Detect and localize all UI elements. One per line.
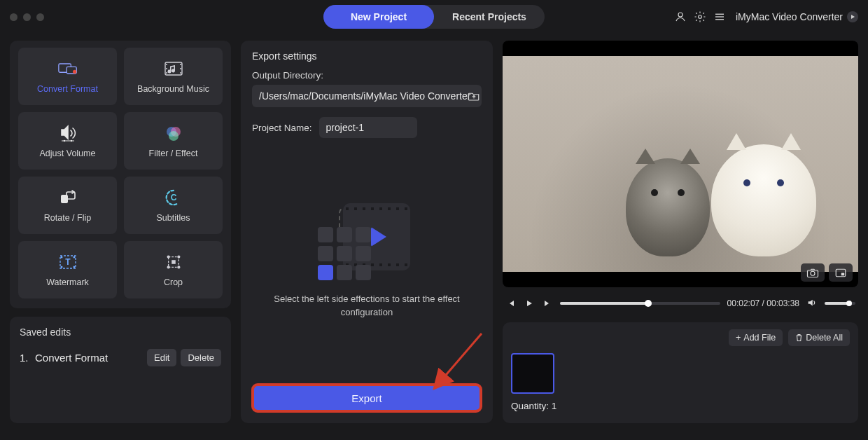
menu-icon[interactable] xyxy=(713,11,726,23)
sidebar-item-label: Rotate / Flip xyxy=(44,213,91,223)
export-button[interactable]: Export xyxy=(252,384,482,412)
svg-text:C: C xyxy=(170,193,176,202)
account-icon[interactable] xyxy=(674,11,687,23)
project-name-input[interactable]: project-1 xyxy=(319,117,417,138)
tab-new-project[interactable]: New Project xyxy=(323,5,434,29)
sidebar-item-background-music[interactable]: Background Music xyxy=(124,48,223,105)
svg-point-14 xyxy=(180,72,181,74)
effects-grid-icon xyxy=(311,220,378,287)
svg-point-31 xyxy=(167,256,169,258)
file-quantity: Quantity: 1 xyxy=(511,401,850,411)
svg-point-9 xyxy=(166,64,167,65)
saved-edit-number: 1. xyxy=(20,352,31,364)
browse-folder-icon[interactable] xyxy=(466,88,482,104)
svg-point-10 xyxy=(166,68,167,69)
mute-icon[interactable] xyxy=(806,298,818,309)
svg-point-28 xyxy=(73,266,75,268)
tool-grid: Convert Format Background Music Adjust V… xyxy=(10,41,231,308)
sidebar-item-label: Watermark xyxy=(46,277,89,287)
maximize-window-button[interactable] xyxy=(36,13,44,21)
project-name-label: Project Name: xyxy=(252,123,312,133)
svg-rect-35 xyxy=(172,260,176,264)
svg-point-38 xyxy=(811,271,815,275)
sidebar-item-label: Convert Format xyxy=(37,84,98,94)
filter-icon xyxy=(164,123,183,143)
project-tabs: New Project Recent Projects xyxy=(323,5,545,29)
sidebar-item-label: Adjust Volume xyxy=(40,149,96,158)
saved-edit-name: Convert Format xyxy=(35,352,143,364)
sidebar-item-convert-format[interactable]: Convert Format xyxy=(18,48,117,105)
sidebar-item-rotate-flip[interactable]: Rotate / Flip xyxy=(18,177,117,234)
saved-edits-title: Saved edits xyxy=(20,326,221,338)
play-button[interactable] xyxy=(524,298,535,309)
playback-time: 00:02:07 / 00:03:38 xyxy=(727,298,799,308)
svg-point-26 xyxy=(73,256,75,259)
add-file-button[interactable]: +Add File xyxy=(729,329,783,346)
sidebar-item-label: Background Music xyxy=(137,84,209,94)
music-icon xyxy=(164,59,183,78)
tab-recent-projects[interactable]: Recent Projects xyxy=(434,5,545,29)
app-header: New Project Recent Projects iMyMac Video… xyxy=(0,0,868,34)
saved-edit-row: 1. Convert Format Edit Delete xyxy=(20,349,221,366)
file-thumbnail[interactable] xyxy=(511,353,554,394)
sidebar-item-label: Filter / Effect xyxy=(149,149,198,158)
svg-point-7 xyxy=(73,70,76,74)
sidebar-item-label: Crop xyxy=(164,277,183,287)
svg-point-33 xyxy=(167,266,169,268)
close-window-button[interactable] xyxy=(10,13,18,21)
svg-point-13 xyxy=(180,68,181,69)
sidebar-item-subtitles[interactable]: C Subtitles xyxy=(124,177,223,234)
svg-point-1 xyxy=(699,15,702,19)
file-queue-panel: +Add File Delete All Quantity: 1 xyxy=(503,322,858,423)
video-frame[interactable] xyxy=(503,56,858,272)
settings-icon[interactable] xyxy=(694,11,706,23)
svg-rect-8 xyxy=(165,62,182,75)
delete-button[interactable]: Delete xyxy=(181,349,221,366)
app-title: iMyMac Video Converter xyxy=(736,11,858,22)
output-directory-input[interactable]: /Users/mac/Documents/iMyMac Video Conver… xyxy=(252,85,482,107)
sidebar-item-adjust-volume[interactable]: Adjust Volume xyxy=(18,112,117,170)
next-button[interactable] xyxy=(542,298,553,309)
svg-point-12 xyxy=(180,64,181,65)
prev-button[interactable] xyxy=(505,298,517,309)
rotate-icon xyxy=(58,188,78,207)
fullscreen-icon[interactable] xyxy=(829,263,853,282)
configuration-hint: Select the left side effections to start… xyxy=(252,293,482,318)
minimize-window-button[interactable] xyxy=(23,13,31,21)
app-title-label: iMyMac Video Converter xyxy=(736,11,843,22)
export-settings-title: Export settings xyxy=(252,50,482,62)
convert-format-icon xyxy=(58,59,78,78)
crop-icon xyxy=(164,252,183,272)
window-controls xyxy=(10,13,44,21)
sidebar-item-label: Subtitles xyxy=(157,213,190,223)
svg-point-27 xyxy=(60,266,62,268)
subtitles-icon: C xyxy=(164,188,183,207)
sidebar-item-crop[interactable]: Crop xyxy=(124,241,223,298)
delete-all-button[interactable]: Delete All xyxy=(788,329,850,346)
volume-icon xyxy=(58,123,78,143)
player-controls: 00:02:07 / 00:03:38 xyxy=(503,291,858,315)
svg-rect-40 xyxy=(841,273,845,275)
svg-point-11 xyxy=(166,72,167,74)
app-play-icon xyxy=(847,11,858,22)
center-illustration: Select the left side effections to start… xyxy=(252,138,482,384)
volume-slider[interactable] xyxy=(825,302,855,305)
export-settings-panel: Export settings Output Directory: /Users… xyxy=(241,41,493,423)
svg-point-0 xyxy=(678,13,682,17)
edit-button[interactable]: Edit xyxy=(147,349,176,366)
progress-bar[interactable] xyxy=(560,302,720,305)
svg-point-25 xyxy=(60,256,62,259)
svg-point-32 xyxy=(177,256,179,258)
video-preview xyxy=(503,41,858,287)
svg-text:T: T xyxy=(65,257,71,267)
svg-point-34 xyxy=(177,266,179,268)
saved-edits-panel: Saved edits 1. Convert Format Edit Delet… xyxy=(10,317,231,423)
left-sidebar: Convert Format Background Music Adjust V… xyxy=(10,41,231,423)
svg-point-20 xyxy=(169,131,178,141)
sidebar-item-filter-effect[interactable]: Filter / Effect xyxy=(124,112,223,170)
output-directory-label: Output Directory: xyxy=(252,70,482,81)
watermark-icon: T xyxy=(58,252,78,272)
snapshot-icon[interactable] xyxy=(801,263,825,282)
sidebar-item-watermark[interactable]: T Watermark xyxy=(18,241,117,298)
